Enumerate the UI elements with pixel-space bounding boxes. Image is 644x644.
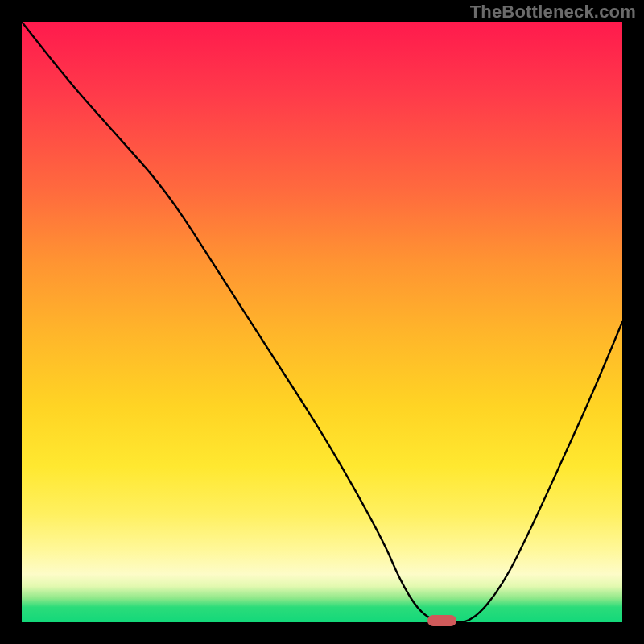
watermark-text: TheBottleneck.com: [470, 2, 636, 23]
bottleneck-curve: [22, 22, 622, 622]
chart-frame: TheBottleneck.com: [0, 0, 644, 644]
plot-area: [22, 22, 622, 622]
optimum-marker: [427, 615, 456, 626]
